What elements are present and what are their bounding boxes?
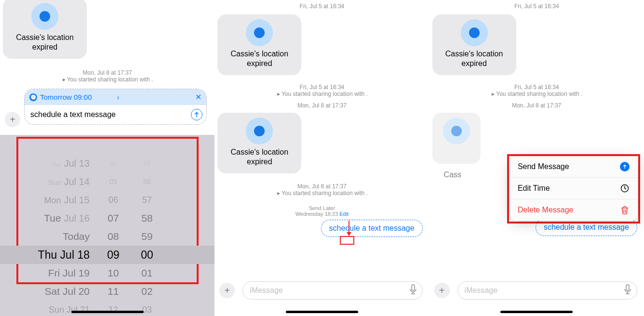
location-avatar-icon	[443, 118, 470, 145]
svg-rect-2	[412, 285, 415, 290]
mic-icon[interactable]	[623, 284, 632, 297]
timestamp-jul8: Mon, Jul 8 at 17:37	[0, 69, 215, 76]
panel-1: Cassie's location expired Mon, Jul 8 at …	[0, 0, 215, 316]
timestamp-jul8: Mon, Jul 8 at 17:37	[429, 102, 644, 109]
location-avatar-icon	[246, 118, 273, 145]
picker-row[interactable]: Fri Jul 191001	[0, 264, 215, 282]
message-input-placeholder: iMessage	[465, 286, 623, 295]
menu-delete-message[interactable]: Delete Message	[510, 199, 637, 221]
plus-button[interactable]: +	[219, 283, 235, 298]
timestamp-jul5-a: Fri, Jul 5 at 16:34	[215, 3, 429, 10]
picker-row[interactable]: Sat Jul 201102	[0, 282, 215, 301]
edit-link[interactable]: Edit	[339, 211, 349, 217]
location-expired-bubble-b[interactable]: Cassie's location expired	[217, 113, 301, 173]
annotation-arrow-down-icon	[346, 221, 352, 238]
location-avatar-icon	[461, 19, 488, 46]
location-arrow-icon: ➤	[276, 191, 280, 196]
location-avatar-icon	[246, 19, 273, 46]
location-expired-text: Cassie's location expired	[228, 147, 291, 167]
sharing-status: ➤ You started sharing location with .	[0, 76, 215, 83]
home-indicator[interactable]	[71, 311, 144, 313]
clock-icon: 🕘	[29, 93, 37, 101]
message-input-placeholder: iMessage	[250, 286, 408, 295]
compose-input-row[interactable]: schedule a text message	[25, 105, 206, 124]
send-button[interactable]	[191, 109, 202, 120]
location-expired-bubble-b[interactable]: X	[432, 113, 481, 164]
location-arrow-icon: ➤	[62, 77, 66, 82]
plus-button[interactable]: +	[5, 112, 20, 127]
sharing-status-b: ➤ You started sharing location with .	[215, 190, 429, 197]
scheduled-message-bubble[interactable]: schedule a text message	[321, 220, 423, 237]
schedule-chip-text: Tomorrow 09:00	[40, 93, 116, 101]
timestamp-jul8-b: Mon, Jul 8 at 17:37	[215, 183, 429, 190]
picker-row[interactable]: TueJul 160758	[0, 209, 215, 227]
compose-text: schedule a text message	[30, 110, 191, 119]
location-expired-text: Cassie's location expired	[443, 49, 506, 68]
home-indicator[interactable]	[500, 311, 573, 313]
sharing-status-a: ➤ You started sharing location with .	[215, 91, 429, 97]
picker-row[interactable]: Thu Jul 180900	[0, 246, 215, 264]
location-avatar-icon	[31, 3, 58, 30]
plus-button[interactable]: +	[434, 283, 450, 298]
picker-row[interactable]: SunJul 140556	[0, 172, 215, 191]
menu-send-message[interactable]: Send Message	[510, 156, 637, 178]
context-menu: Send Message Edit Time Delete Message	[510, 156, 637, 221]
close-icon[interactable]: ✕	[195, 92, 201, 102]
location-arrow-icon: ➤	[491, 92, 495, 97]
send-later-header: Send Later Wednesday 18:23 Edit	[215, 205, 429, 217]
picker-row[interactable]: SatJul 130455	[0, 154, 215, 172]
timestamp-jul5-b: Fri, Jul 5 at 16:34	[215, 84, 429, 91]
datetime-picker[interactable]: SatJul 130455SunJul 140556MonJul 150657T…	[0, 135, 215, 316]
mic-icon[interactable]	[409, 284, 417, 297]
location-expired-text: Cassie's location expired	[228, 49, 291, 68]
svg-rect-6	[626, 285, 629, 290]
timestamp-jul8: Mon, Jul 8 at 17:37	[215, 102, 429, 109]
location-arrow-icon: ➤	[276, 92, 280, 97]
chevron-right-icon[interactable]: ›	[117, 93, 120, 101]
panel-2: Fri, Jul 5 at 16:34 Cassie's location ex…	[215, 0, 429, 316]
send-up-icon	[620, 162, 630, 171]
picker-row[interactable]: Sun Jul 211203	[0, 301, 215, 316]
timestamp-jul5-b: Fri, Jul 5 at 16:34	[429, 84, 644, 91]
message-input[interactable]: iMessage	[242, 281, 422, 300]
location-expired-bubble-a[interactable]: Cassie's location expired	[217, 14, 301, 75]
home-indicator[interactable]	[286, 311, 358, 313]
picker-row[interactable]: MonJul 150657	[0, 191, 215, 209]
svg-marker-1	[347, 232, 351, 236]
timestamp-jul5-a: Fri, Jul 5 at 16:34	[429, 3, 644, 10]
location-expired-text-dimmed: Cass	[444, 171, 461, 179]
clock-outline-icon	[620, 184, 630, 193]
picker-row[interactable]: Today0859	[0, 227, 215, 246]
location-expired-bubble[interactable]: Cassie's location expired	[3, 0, 87, 59]
location-expired-text: Cassie's location expired	[13, 33, 76, 52]
schedule-chip[interactable]: 🕘 Tomorrow 09:00 › ✕	[25, 89, 206, 105]
menu-edit-time[interactable]: Edit Time	[510, 178, 637, 199]
message-input[interactable]: iMessage	[457, 281, 637, 300]
sharing-status-a: ➤ You started sharing location with .	[429, 91, 644, 97]
compose-box: 🕘 Tomorrow 09:00 › ✕ schedule a text mes…	[24, 89, 207, 125]
location-expired-bubble-a[interactable]: Cassie's location expired	[432, 14, 516, 75]
panel-3: Fri, Jul 5 at 16:34 Cassie's location ex…	[429, 0, 644, 316]
trash-icon	[620, 205, 630, 215]
